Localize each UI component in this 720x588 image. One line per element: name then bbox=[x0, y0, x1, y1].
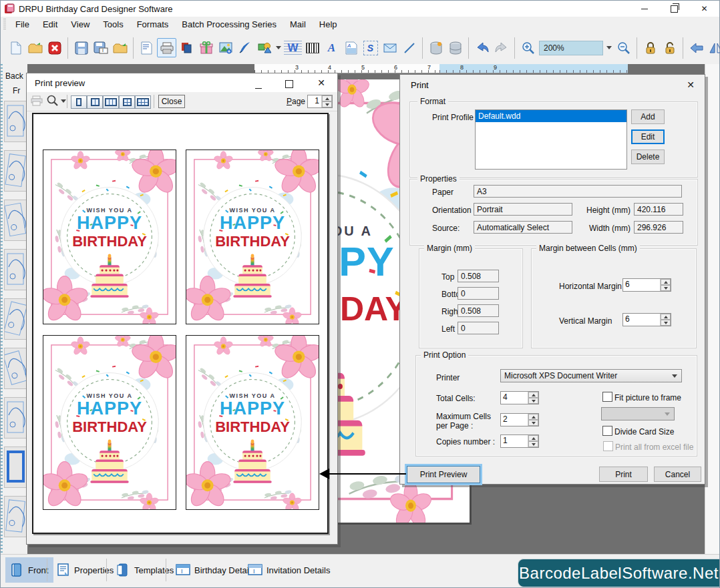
delete-button[interactable]: Delete bbox=[631, 150, 665, 164]
total-up-icon[interactable] bbox=[528, 392, 538, 398]
preview-close-button[interactable]: Close bbox=[158, 95, 185, 108]
one-page-view-icon[interactable] bbox=[71, 95, 87, 109]
print-profile-listbox[interactable]: Default.wdd bbox=[475, 109, 627, 170]
font-icon[interactable]: A bbox=[323, 39, 341, 57]
preview-zoom-caret[interactable] bbox=[61, 99, 66, 103]
menu-tools[interactable]: Tools bbox=[96, 18, 130, 31]
mail-icon[interactable] bbox=[381, 39, 399, 57]
zoom-in-icon[interactable] bbox=[519, 39, 537, 57]
menu-edit[interactable]: Edit bbox=[36, 18, 64, 31]
signature-icon[interactable]: S bbox=[361, 39, 379, 57]
insert-image-icon[interactable] bbox=[216, 39, 234, 57]
move-left-icon[interactable] bbox=[687, 39, 705, 57]
menu-batch-processing-series[interactable]: Batch Processing Series bbox=[175, 18, 283, 31]
frame-thumbnail[interactable] bbox=[4, 496, 27, 537]
horizontal-margin-spinner[interactable]: 6 bbox=[622, 278, 671, 292]
frame-thumbnail[interactable] bbox=[4, 447, 27, 488]
max-down-icon[interactable] bbox=[528, 420, 538, 426]
height-field[interactable]: 420.116 bbox=[634, 203, 683, 216]
watermark-icon[interactable]: W bbox=[284, 39, 302, 57]
restore-button[interactable] bbox=[659, 1, 689, 17]
divide-card-checkbox[interactable] bbox=[602, 426, 612, 436]
zoom-level-combo[interactable]: 200% bbox=[539, 41, 603, 55]
close-file-icon[interactable] bbox=[45, 39, 63, 57]
width-field[interactable]: 296.926 bbox=[634, 221, 683, 234]
print-dialog-close-icon[interactable]: ✕ bbox=[683, 79, 698, 90]
add-button[interactable]: Add bbox=[631, 109, 665, 124]
margin-right-field[interactable]: 0.508 bbox=[458, 304, 499, 317]
frame-thumbnail[interactable] bbox=[4, 150, 27, 192]
menu-help[interactable]: Help bbox=[313, 18, 344, 31]
redo-icon[interactable] bbox=[492, 39, 510, 57]
margin-left-field[interactable]: 0 bbox=[458, 322, 499, 334]
source-field[interactable]: Automatically Select bbox=[474, 221, 572, 234]
database-connect-icon[interactable] bbox=[427, 39, 445, 57]
gift-icon[interactable] bbox=[197, 39, 215, 57]
save-icon[interactable] bbox=[72, 39, 90, 57]
back-tab[interactable]: Back bbox=[5, 71, 23, 81]
cancel-button[interactable]: Cancel bbox=[654, 467, 701, 482]
tab-invitation-details[interactable]: I Invitation Details bbox=[242, 557, 335, 583]
zoom-combo-caret[interactable] bbox=[606, 46, 612, 49]
copies-up-icon[interactable] bbox=[528, 435, 538, 441]
undo-icon[interactable] bbox=[473, 39, 491, 57]
two-page-view-icon[interactable] bbox=[87, 95, 103, 109]
new-document-icon[interactable] bbox=[7, 39, 25, 57]
menu-view[interactable]: View bbox=[64, 18, 96, 31]
pen-icon[interactable] bbox=[236, 39, 254, 57]
preview-print-icon[interactable] bbox=[31, 95, 43, 109]
barcode-icon[interactable] bbox=[303, 39, 321, 57]
copy-style-icon[interactable] bbox=[178, 39, 196, 57]
copies-spinner[interactable]: 1 bbox=[500, 434, 539, 448]
menu-file[interactable]: File bbox=[9, 18, 36, 31]
orientation-field[interactable]: Portrait bbox=[474, 203, 572, 216]
preview-close-icon[interactable]: ✕ bbox=[314, 77, 329, 88]
v-margin-up-icon[interactable] bbox=[661, 314, 671, 320]
print-button[interactable]: Print bbox=[599, 467, 648, 482]
text-art-icon[interactable]: A bbox=[342, 39, 360, 57]
total-down-icon[interactable] bbox=[528, 398, 538, 404]
menu-formats[interactable]: Formats bbox=[130, 18, 176, 31]
menu-mail[interactable]: Mail bbox=[283, 18, 313, 31]
preview-minimize-button[interactable] bbox=[251, 80, 266, 91]
frame-thumbnail[interactable] bbox=[4, 249, 27, 290]
frame-thumbnail[interactable] bbox=[4, 200, 27, 241]
frame-thumbnail[interactable] bbox=[4, 298, 27, 340]
h-margin-down-icon[interactable] bbox=[661, 285, 671, 291]
open-file-icon[interactable] bbox=[26, 39, 44, 57]
max-cells-spinner[interactable]: 2 bbox=[500, 413, 539, 426]
four-page-view-icon[interactable] bbox=[119, 95, 135, 109]
profile-item-selected[interactable]: Default.wdd bbox=[476, 110, 626, 122]
fit-picture-checkbox[interactable] bbox=[602, 392, 612, 402]
paper-field[interactable]: A3 bbox=[474, 185, 682, 198]
print-preview-button[interactable]: Print Preview bbox=[407, 466, 480, 483]
v-margin-down-icon[interactable] bbox=[661, 320, 671, 326]
save-as-icon[interactable]: I bbox=[92, 39, 110, 57]
unlock-icon[interactable] bbox=[661, 39, 679, 57]
line-tool-icon[interactable] bbox=[400, 39, 418, 57]
page-down-icon[interactable] bbox=[322, 101, 332, 107]
printer-combo[interactable]: Microsoft XPS Document Writer bbox=[500, 369, 682, 382]
zoom-out-icon[interactable] bbox=[614, 39, 633, 57]
tab-properties[interactable]: Properties bbox=[51, 557, 119, 583]
frame-thumbnail[interactable] bbox=[4, 348, 27, 389]
notes-icon[interactable] bbox=[138, 39, 156, 57]
frame-thumbnail[interactable] bbox=[4, 101, 27, 142]
flip-horizontal-icon[interactable] bbox=[707, 39, 720, 57]
database-icon[interactable] bbox=[446, 39, 464, 57]
vertical-margin-spinner[interactable]: 6 bbox=[622, 313, 671, 326]
margin-bottom-field[interactable]: 0 bbox=[458, 287, 499, 300]
six-page-view-icon[interactable] bbox=[135, 95, 151, 109]
minimize-button[interactable] bbox=[629, 1, 659, 17]
max-up-icon[interactable] bbox=[528, 414, 538, 420]
close-button[interactable]: ✕ bbox=[689, 1, 719, 17]
print-icon[interactable] bbox=[157, 38, 176, 57]
frame-thumbnail[interactable] bbox=[4, 397, 27, 438]
shapes-dropdown-caret[interactable] bbox=[276, 46, 281, 49]
preview-zoom-icon[interactable] bbox=[47, 95, 58, 109]
export-folder-icon[interactable] bbox=[111, 39, 129, 57]
copies-down-icon[interactable] bbox=[528, 441, 538, 447]
tab-templates[interactable]: Templates bbox=[112, 557, 179, 583]
preview-maximize-button[interactable] bbox=[282, 79, 297, 90]
three-page-view-icon[interactable] bbox=[103, 95, 119, 109]
